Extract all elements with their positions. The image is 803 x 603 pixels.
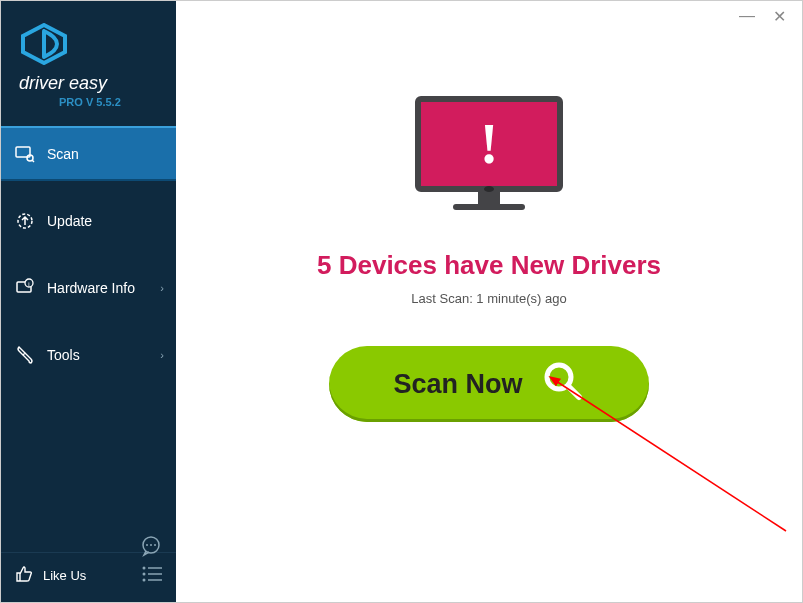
svg-point-14 <box>143 573 146 576</box>
scan-icon <box>15 144 35 164</box>
tools-icon <box>15 345 35 365</box>
chevron-right-icon: › <box>160 282 164 294</box>
scan-now-label: Scan Now <box>393 369 522 400</box>
feedback-icon[interactable] <box>140 535 162 561</box>
svg-point-12 <box>143 567 146 570</box>
app-logo-icon <box>19 23 69 65</box>
svg-text:i: i <box>28 281 29 287</box>
sidebar-nav: Scan Update i Hardware Info › Tools <box>1 126 176 394</box>
app-window: — ✕ driver easy PRO V 5.5.2 Scan <box>0 0 803 603</box>
scan-now-button[interactable]: Scan Now <box>329 346 649 422</box>
headline: 5 Devices have New Drivers <box>317 250 661 281</box>
menu-list-icon[interactable] <box>142 566 162 586</box>
logo-block: driver easy PRO V 5.5.2 <box>1 1 176 120</box>
sidebar-footer: Like Us <box>1 552 176 602</box>
sidebar-item-label: Tools <box>47 347 80 363</box>
last-scan-text: Last Scan: 1 minute(s) ago <box>411 291 566 306</box>
sidebar-item-update[interactable]: Update <box>1 193 176 248</box>
thumbs-up-icon <box>15 565 33 586</box>
chevron-right-icon: › <box>160 349 164 361</box>
svg-line-19 <box>568 386 579 397</box>
monitor-illustration: ! <box>415 96 563 224</box>
magnifier-icon <box>541 359 585 410</box>
main-content: ! 5 Devices have New Drivers Last Scan: … <box>176 1 802 602</box>
sidebar-item-scan[interactable]: Scan <box>1 126 176 181</box>
sidebar-item-hardware-info[interactable]: i Hardware Info › <box>1 260 176 315</box>
hardware-info-icon: i <box>15 278 35 298</box>
monitor-screen: ! <box>415 96 563 192</box>
like-us-button[interactable]: Like Us <box>15 565 162 586</box>
sidebar-item-tools[interactable]: Tools › <box>1 327 176 382</box>
update-icon <box>15 211 35 231</box>
sidebar-item-label: Hardware Info <box>47 280 135 296</box>
svg-point-9 <box>146 544 148 546</box>
close-button[interactable]: ✕ <box>773 7 786 26</box>
brand-title: driver easy <box>19 73 166 94</box>
sidebar-item-label: Update <box>47 213 92 229</box>
minimize-button[interactable]: — <box>739 7 755 25</box>
svg-point-10 <box>150 544 152 546</box>
sidebar: driver easy PRO V 5.5.2 Scan Update i <box>1 1 176 602</box>
svg-point-16 <box>143 579 146 582</box>
window-controls: — ✕ <box>739 1 802 31</box>
brand-version: PRO V 5.5.2 <box>59 96 166 108</box>
svg-point-11 <box>154 544 156 546</box>
svg-line-3 <box>32 160 34 162</box>
sidebar-item-label: Scan <box>47 146 79 162</box>
like-us-label: Like Us <box>43 568 86 583</box>
exclamation-icon: ! <box>480 112 499 176</box>
